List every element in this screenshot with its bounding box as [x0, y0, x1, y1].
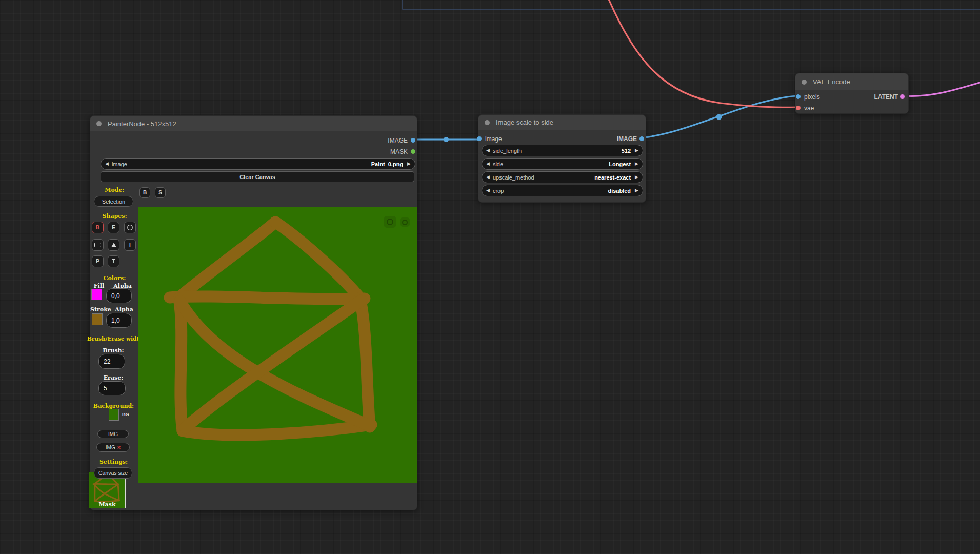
painter-node[interactable]: PainterNode - 512x512 IMAGE MASK ◀ image… — [90, 115, 417, 510]
image-combo-widget[interactable]: ◀ image Paint_0.png ▶ — [101, 158, 415, 170]
settings-label: Settings: — [89, 459, 138, 465]
fill-alpha-input[interactable] — [106, 288, 132, 303]
input-port-vae[interactable] — [796, 106, 801, 110]
combo-left-arrow-icon[interactable]: ◀ — [105, 162, 109, 166]
brush-erase-width-label: Brush/Erase width: — [87, 335, 139, 342]
widget-name: side_length — [493, 148, 618, 154]
upscale-method-widget[interactable]: ◀ upscale_method nearest-exact ▶ — [482, 171, 643, 183]
mode-selection-toggle-button[interactable]: S — [155, 187, 166, 198]
shape-text-button[interactable]: T — [108, 255, 119, 267]
shapes-label: Shapes: — [95, 213, 134, 220]
redo-ring-icon — [402, 220, 408, 225]
shape-rectangle-button[interactable] — [92, 239, 104, 251]
shape-circle-button[interactable] — [124, 222, 136, 233]
combo-value: Paint_0.png — [371, 161, 403, 167]
decrement-arrow-icon[interactable]: ◀ — [486, 175, 490, 180]
mask-thumbnail-label: Mask — [98, 502, 115, 508]
brush-width-input[interactable] — [98, 354, 125, 369]
brush-label: Brush: — [95, 347, 131, 354]
node-title: PainterNode - 512x512 — [108, 120, 176, 128]
circle-icon — [127, 225, 133, 230]
remove-x-icon: × — [117, 444, 121, 450]
wire-scale-to-vae-pixels[interactable] — [641, 96, 796, 138]
house-sketch — [138, 207, 417, 483]
widget-value: Longest — [609, 161, 631, 167]
crop-widget[interactable]: ◀ crop disabled ▶ — [482, 185, 643, 196]
wire-latent-out[interactable] — [902, 82, 980, 96]
wire-vae-model[interactable] — [608, 0, 796, 107]
vae-encode-node[interactable]: VAE Encode pixels vae LATENT — [795, 73, 909, 114]
output-label-mask: MASK — [390, 148, 408, 155]
wire-midpoint-dot[interactable] — [444, 137, 449, 142]
canvas-size-button[interactable]: Canvas size — [94, 467, 132, 479]
input-port-pixels[interactable] — [796, 94, 801, 99]
colors-label: Colors: — [95, 275, 134, 282]
wire-midpoint-dot[interactable] — [716, 114, 722, 120]
widget-name: side — [493, 161, 606, 167]
output-port-image[interactable] — [411, 138, 415, 143]
increment-arrow-icon[interactable]: ▶ — [635, 188, 638, 193]
painter-drawing-canvas[interactable] — [138, 207, 417, 483]
input-port-image[interactable] — [477, 136, 482, 141]
img-clear-label: IMG — [106, 445, 115, 450]
shape-line-button[interactable]: I — [124, 239, 136, 251]
output-label-latent: LATENT — [874, 93, 898, 101]
shape-brush-button[interactable]: B — [92, 222, 104, 233]
increment-arrow-icon[interactable]: ▶ — [635, 162, 638, 166]
output-label-image: IMAGE — [388, 137, 408, 144]
canvas-undo-button[interactable] — [384, 216, 396, 228]
input-label-image: image — [485, 135, 502, 143]
stroke-alpha-label: Alpha — [113, 306, 135, 313]
toolbar-divider — [174, 186, 174, 200]
decrement-arrow-icon[interactable]: ◀ — [486, 148, 490, 153]
triangle-icon — [111, 243, 116, 247]
vae-encode-titlebar[interactable]: VAE Encode — [795, 73, 908, 90]
output-port-latent[interactable] — [900, 94, 905, 99]
input-label-pixels: pixels — [804, 93, 820, 101]
widget-value: nearest-exact — [594, 174, 631, 181]
stroke-alpha-input[interactable] — [106, 313, 132, 328]
image-scale-titlebar[interactable]: Image scale to side — [478, 115, 646, 130]
widget-value: disabled — [608, 188, 631, 194]
rectangle-icon — [94, 243, 101, 247]
shape-triangle-button[interactable] — [108, 239, 119, 251]
output-label-image: IMAGE — [617, 135, 637, 143]
decrement-arrow-icon[interactable]: ◀ — [486, 188, 490, 193]
output-port-mask[interactable] — [411, 149, 415, 154]
collapse-dot-icon[interactable] — [802, 80, 807, 85]
output-port-image[interactable] — [639, 136, 644, 141]
img-clear-button[interactable]: IMG × — [96, 443, 130, 452]
erase-width-input[interactable] — [98, 381, 126, 395]
widget-name: upscale_method — [493, 174, 591, 181]
stroke-color-swatch[interactable] — [92, 313, 103, 325]
clear-canvas-button[interactable]: Clear Canvas — [101, 171, 414, 182]
input-label-vae: vae — [804, 105, 814, 112]
erase-label: Erase: — [95, 374, 131, 381]
canvas-redo-button[interactable] — [400, 217, 410, 227]
selection-mode-button[interactable]: Selection — [94, 196, 133, 207]
bg-swatch-label: BG — [122, 412, 129, 417]
selection-rectangle-outline — [403, 0, 980, 9]
widget-value: 512 — [622, 148, 631, 154]
side-widget[interactable]: ◀ side Longest ▶ — [482, 158, 643, 170]
painter-node-titlebar[interactable]: PainterNode - 512x512 — [90, 116, 417, 131]
image-scale-node[interactable]: Image scale to side image IMAGE ◀ side_l… — [478, 114, 646, 203]
shape-pencil-button[interactable]: P — [92, 255, 104, 267]
mode-label: Mode: — [95, 187, 134, 193]
mode-brush-button[interactable]: B — [139, 187, 150, 198]
increment-arrow-icon[interactable]: ▶ — [635, 148, 638, 153]
fill-color-swatch[interactable] — [91, 289, 102, 300]
background-color-swatch[interactable] — [109, 409, 119, 421]
collapse-dot-icon[interactable] — [96, 121, 102, 126]
side-length-widget[interactable]: ◀ side_length 512 ▶ — [482, 145, 643, 156]
decrement-arrow-icon[interactable]: ◀ — [486, 162, 490, 166]
undo-ring-icon — [387, 219, 393, 225]
combo-name: image — [112, 161, 368, 167]
widget-name: crop — [493, 188, 605, 194]
shape-erase-button[interactable]: E — [108, 222, 119, 233]
increment-arrow-icon[interactable]: ▶ — [635, 175, 638, 180]
img-load-button[interactable]: IMG — [97, 430, 129, 438]
node-title: Image scale to side — [496, 118, 553, 126]
collapse-dot-icon[interactable] — [485, 120, 490, 125]
combo-right-arrow-icon[interactable]: ▶ — [407, 162, 411, 166]
